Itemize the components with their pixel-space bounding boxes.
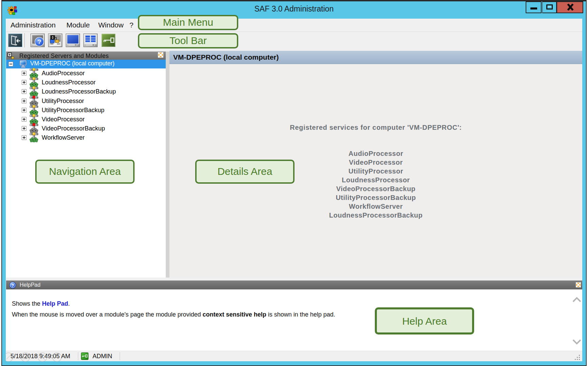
svg-text:?: ? [37, 38, 41, 45]
svg-text:?: ? [11, 283, 14, 288]
